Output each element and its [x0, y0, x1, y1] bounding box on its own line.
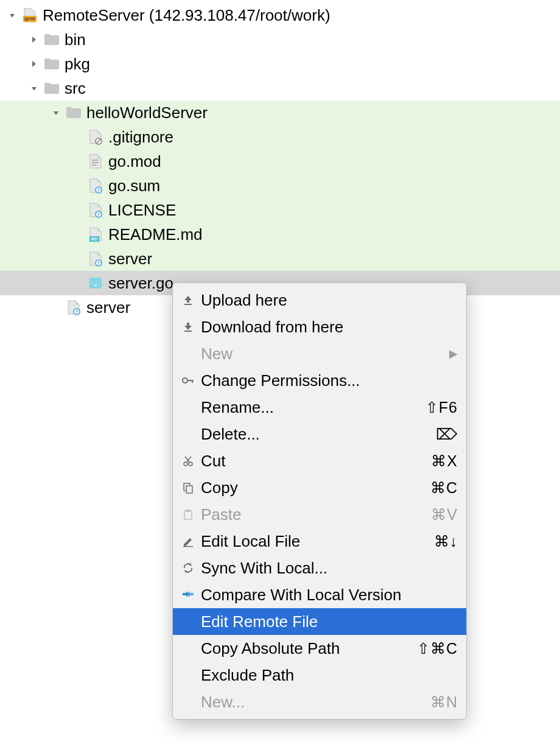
menu-exclude-path[interactable]: Exclude Path: [173, 662, 466, 689]
menu-compare-with-local[interactable]: Compare With Local Version: [173, 581, 466, 608]
folder-icon: [66, 105, 82, 121]
tree-item-gitignore[interactable]: .gitignore: [0, 125, 560, 149]
shortcut: ⇧⌘C: [417, 640, 458, 657]
sftp-icon: [22, 7, 38, 23]
chevron-down-icon[interactable]: [6, 9, 18, 21]
svg-point-19: [183, 378, 187, 383]
menu-new-file: New... ⌘N: [173, 689, 466, 715]
svg-rect-17: [184, 304, 192, 305]
chevron-down-icon[interactable]: [50, 107, 62, 119]
file-unknown-icon: [88, 251, 103, 267]
submenu-arrow-icon: ▶: [449, 347, 458, 360]
menu-delete[interactable]: Delete... ⌦: [173, 421, 466, 447]
folder-icon: [44, 56, 60, 72]
menu-copy-absolute-path[interactable]: Copy Absolute Path ⇧⌘C: [173, 635, 466, 662]
chevron-down-icon[interactable]: [28, 82, 40, 94]
tree-item-helloworldserver[interactable]: helloWorldServer: [0, 100, 560, 125]
tree-item-readme[interactable]: README.md: [0, 222, 560, 247]
key-icon: [179, 374, 197, 387]
tree-item-pkg[interactable]: pkg: [0, 52, 560, 76]
shortcut: ⌘V: [431, 506, 458, 524]
tree-item-gosum[interactable]: go.sum: [0, 173, 560, 198]
download-icon: [179, 321, 197, 333]
shortcut: ⌘N: [430, 693, 458, 711]
svg-point-22: [184, 462, 187, 466]
menu-download-from-here[interactable]: Download from here: [173, 314, 466, 340]
upload-icon: [179, 294, 197, 306]
tree-root[interactable]: RemoteServer (142.93.108.47/root/work): [0, 3, 560, 27]
tree-item-src[interactable]: src: [0, 76, 560, 100]
menu-new: New ▶: [173, 340, 466, 367]
chevron-right-icon[interactable]: [28, 33, 40, 46]
file-ignore-icon: [88, 129, 103, 145]
folder-icon: [44, 80, 60, 96]
svg-rect-21: [192, 380, 193, 383]
menu-edit-remote-file[interactable]: Edit Remote File: [173, 608, 466, 635]
tree-item-bin[interactable]: bin: [0, 27, 560, 52]
context-menu: Upload here Download from here New ▶ Cha…: [172, 282, 467, 720]
shortcut: ⌦: [436, 426, 458, 443]
svg-rect-18: [184, 331, 192, 332]
file-unknown-icon: [88, 202, 103, 218]
file-text-icon: [88, 153, 103, 169]
tree-item-license[interactable]: LICENSE: [0, 198, 560, 222]
menu-cut[interactable]: Cut ⌘X: [173, 447, 466, 474]
folder-icon: [44, 32, 60, 47]
paste-icon: [179, 508, 197, 520]
shortcut: ⌘↓: [434, 533, 458, 550]
tree-item-gomod[interactable]: go.mod: [0, 149, 560, 173]
svg-rect-28: [184, 511, 192, 519]
svg-point-23: [189, 462, 192, 466]
file-markdown-icon: [88, 226, 103, 242]
edit-icon: [179, 535, 197, 547]
compare-icon: [179, 589, 197, 601]
menu-edit-local-file[interactable]: Edit Local File ⌘↓: [173, 528, 466, 555]
tree-item-server-bin[interactable]: server: [0, 247, 560, 271]
shortcut: ⇧F6: [425, 399, 458, 416]
remote-tree: RemoteServer (142.93.108.47/root/work) b…: [0, 0, 560, 320]
svg-rect-27: [186, 486, 192, 493]
menu-copy[interactable]: Copy ⌘C: [173, 474, 466, 501]
menu-paste: Paste ⌘V: [173, 501, 466, 528]
svg-rect-29: [186, 510, 190, 512]
menu-upload-here[interactable]: Upload here: [173, 287, 466, 314]
menu-change-permissions[interactable]: Change Permissions...: [173, 367, 466, 394]
cut-icon: [179, 455, 197, 467]
copy-icon: [179, 482, 197, 494]
shortcut: ⌘X: [431, 452, 458, 470]
file-go-icon: [88, 275, 103, 291]
file-unknown-icon: [88, 178, 103, 194]
menu-rename[interactable]: Rename... ⇧F6: [173, 394, 466, 421]
menu-sync-with-local[interactable]: Sync With Local...: [173, 555, 466, 581]
shortcut: ⌘C: [430, 479, 458, 497]
root-label: RemoteServer (142.93.108.47/root/work): [43, 6, 331, 25]
file-unknown-icon: [66, 300, 82, 315]
svg-rect-30: [183, 546, 193, 547]
sync-icon: [179, 562, 197, 574]
chevron-right-icon[interactable]: [28, 58, 40, 70]
